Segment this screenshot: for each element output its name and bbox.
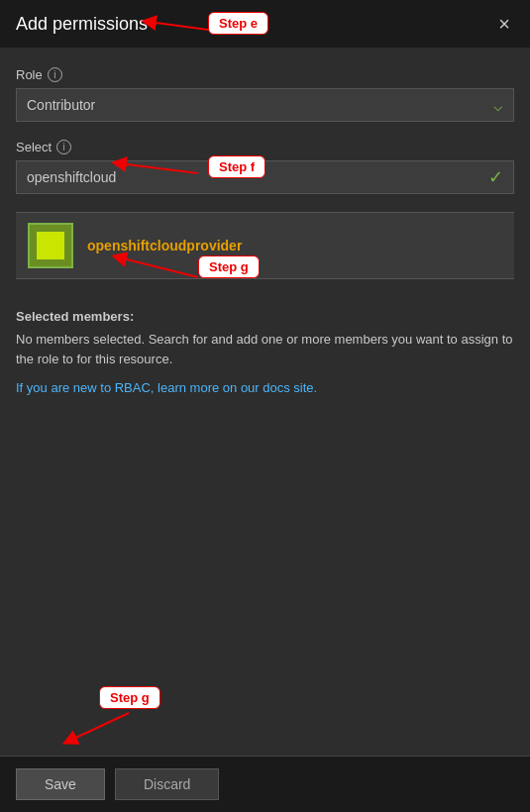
- search-check-icon: ✓: [488, 166, 513, 188]
- add-permissions-dialog: Add permissions × Role i Contributor Own…: [0, 0, 530, 812]
- save-button[interactable]: Save: [16, 768, 105, 800]
- result-item[interactable]: openshiftcloudprovider: [16, 213, 514, 279]
- role-label: Role i: [16, 67, 514, 82]
- search-input[interactable]: [17, 161, 488, 193]
- role-field-group: Role i Contributor Owner Reader ⌵: [16, 67, 514, 122]
- dialog-title: Add permissions: [16, 14, 148, 35]
- close-button[interactable]: ×: [494, 10, 514, 38]
- dialog-body: Role i Contributor Owner Reader ⌵ Select…: [0, 48, 530, 756]
- role-select[interactable]: Contributor Owner Reader: [17, 89, 513, 121]
- select-field-group: Select i ✓: [16, 140, 514, 194]
- result-list: openshiftcloudprovider: [16, 212, 514, 279]
- avatar-inner: [37, 232, 64, 259]
- selected-members-description: No members selected. Search for and add …: [16, 330, 514, 368]
- role-info-icon[interactable]: i: [48, 67, 62, 82]
- role-select-wrapper: Contributor Owner Reader ⌵: [16, 88, 514, 122]
- avatar: [28, 223, 73, 268]
- rbac-link[interactable]: If you are new to RBAC, learn more on ou…: [16, 380, 514, 395]
- select-info-icon[interactable]: i: [56, 140, 71, 154]
- dialog-header: Add permissions ×: [0, 0, 530, 48]
- result-name: openshiftcloudprovider: [87, 238, 242, 254]
- discard-button[interactable]: Discard: [115, 768, 219, 800]
- select-label: Select i: [16, 140, 514, 154]
- selected-members-section: Selected members: No members selected. S…: [16, 299, 514, 395]
- selected-members-title: Selected members:: [16, 309, 514, 324]
- search-wrapper: ✓: [16, 160, 514, 194]
- dialog-footer: Save Discard: [0, 756, 530, 812]
